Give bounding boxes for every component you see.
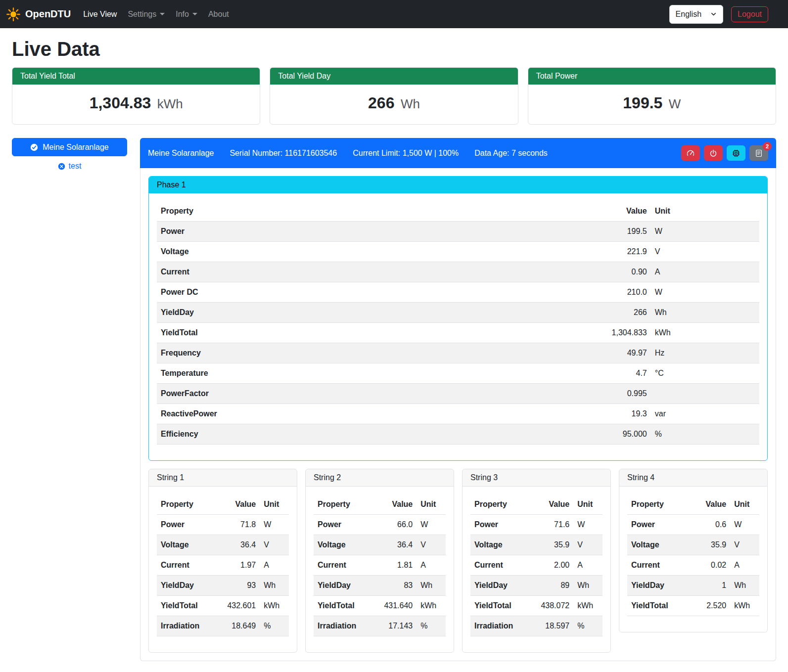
summary-card-title: Total Yield Total (12, 68, 260, 85)
row-value: 2.520 (691, 596, 730, 616)
string-card-body: Property Value Unit Power 0.6 W Voltage … (619, 487, 767, 632)
summary-card-total-power: Total Power 199.5 W (528, 67, 776, 125)
row-unit: A (651, 262, 759, 282)
string-table-body: Power 0.6 W Voltage 35.9 V Current 0.02 … (627, 515, 759, 616)
row-unit: W (260, 515, 289, 535)
table-row: Voltage 36.4 V (314, 535, 446, 555)
device-info-button[interactable] (727, 145, 745, 161)
row-unit (651, 384, 759, 404)
chevron-down-icon (160, 13, 165, 15)
language-select[interactable]: English (669, 5, 723, 24)
row-unit: % (260, 616, 289, 636)
row-unit: % (651, 424, 759, 445)
string-table: Property Value Unit Power 66.0 W Voltage… (314, 494, 446, 636)
limit-settings-button[interactable] (681, 145, 700, 161)
string-table-body: Power 66.0 W Voltage 36.4 V Current 1.81… (314, 515, 446, 636)
phase-card-title: Phase 1 (149, 177, 767, 193)
nav-item-settings[interactable]: Settings (122, 6, 170, 23)
row-property: YieldTotal (314, 596, 377, 616)
row-unit: A (730, 555, 759, 576)
summary-unit: kWh (157, 96, 183, 111)
inverter-actions: 2 (681, 145, 768, 161)
string-table-body: Power 71.6 W Voltage 35.9 V Current 2.00… (470, 515, 603, 636)
row-value: 1 (691, 576, 730, 596)
nav-item-label: About (208, 10, 229, 19)
table-row: YieldDay 266 Wh (157, 303, 759, 323)
row-unit: Wh (651, 303, 759, 323)
summary-value: 266 (368, 94, 394, 112)
row-unit: kWh (417, 596, 446, 616)
row-value: 221.9 (530, 242, 651, 262)
row-unit: kWh (260, 596, 289, 616)
row-unit: Wh (730, 576, 759, 596)
row-property: Power (314, 515, 377, 535)
row-unit: V (260, 535, 289, 555)
row-property: Power (627, 515, 691, 535)
row-unit: °C (651, 363, 759, 384)
row-property: YieldDay (157, 576, 220, 596)
nav-links: Live View Settings Info About (78, 6, 234, 23)
string-card-body: Property Value Unit Power 71.6 W Voltage… (463, 487, 610, 652)
row-value: 71.8 (220, 515, 260, 535)
row-property: Irradiation (157, 616, 220, 636)
table-header-row: Property Value Unit (157, 494, 289, 515)
row-value: 210.0 (530, 282, 651, 303)
string-card-title: String 3 (463, 469, 610, 487)
summary-card-body: 266 Wh (270, 85, 517, 124)
row-value: 19.3 (530, 404, 651, 424)
row-value: 0.995 (530, 384, 651, 404)
row-unit: A (417, 555, 446, 576)
brand-link[interactable]: OpenDTU (6, 7, 71, 22)
row-property: YieldTotal (157, 323, 530, 343)
row-value: 83 (377, 576, 417, 596)
row-property: YieldTotal (470, 596, 534, 616)
nav-item-info[interactable]: Info (170, 6, 203, 23)
col-property: Property (627, 494, 691, 515)
table-row: Power 0.6 W (627, 515, 759, 535)
nav-item-about[interactable]: About (203, 6, 234, 23)
summary-value: 1,304.83 (90, 94, 151, 112)
table-row: Power 71.8 W (157, 515, 289, 535)
nav-item-live-view[interactable]: Live View (78, 6, 122, 23)
table-row: YieldTotal 438.072 kWh (470, 596, 603, 616)
table-header-row: Property Value Unit (470, 494, 603, 515)
phase-card: Phase 1 Property Value Unit Power 1 (148, 176, 768, 461)
inverter-panel-body: Phase 1 Property Value Unit Power 1 (140, 168, 776, 661)
gauge-icon (687, 149, 695, 157)
event-log-button[interactable]: 2 (749, 145, 768, 161)
row-property: Power (470, 515, 534, 535)
table-row: Power 66.0 W (314, 515, 446, 535)
row-property: Current (157, 555, 220, 576)
summary-unit: W (669, 96, 681, 111)
inverter-limit: Current Limit: 1,500 W | 100% (353, 149, 459, 158)
row-value: 1.97 (220, 555, 260, 576)
row-value: 89 (534, 576, 573, 596)
page-title: Live Data (12, 38, 776, 60)
table-row: Voltage 35.9 V (470, 535, 603, 555)
table-row: ReactivePower 19.3 var (157, 404, 759, 424)
row-value: 36.4 (377, 535, 417, 555)
event-count-badge: 2 (763, 142, 772, 151)
row-value: 438.072 (534, 596, 573, 616)
row-property: ReactivePower (157, 404, 530, 424)
row-property: YieldDay (314, 576, 377, 596)
row-unit: W (651, 282, 759, 303)
row-property: Power DC (157, 282, 530, 303)
table-row: Temperature 4.7 °C (157, 363, 759, 384)
col-unit: Unit (417, 494, 446, 515)
col-unit: Unit (260, 494, 289, 515)
string-card-body: Property Value Unit Power 71.8 W Voltage… (149, 487, 297, 652)
inverter-serial: Serial Number: 116171603546 (230, 149, 337, 158)
table-row: Power 199.5 W (157, 222, 759, 242)
table-row: Voltage 35.9 V (627, 535, 759, 555)
inverter-name: Meine Solaranlage (148, 149, 214, 158)
row-unit: var (651, 404, 759, 424)
row-property: YieldDay (157, 303, 530, 323)
table-row: Voltage 221.9 V (157, 242, 759, 262)
inverter-button-selected[interactable]: Meine Solaranlage (12, 138, 127, 156)
inverter-button-test[interactable]: test (56, 160, 84, 173)
row-unit: kWh (651, 323, 759, 343)
cpu-icon (732, 149, 740, 157)
power-button[interactable] (704, 145, 723, 161)
logout-button[interactable]: Logout (731, 6, 768, 22)
